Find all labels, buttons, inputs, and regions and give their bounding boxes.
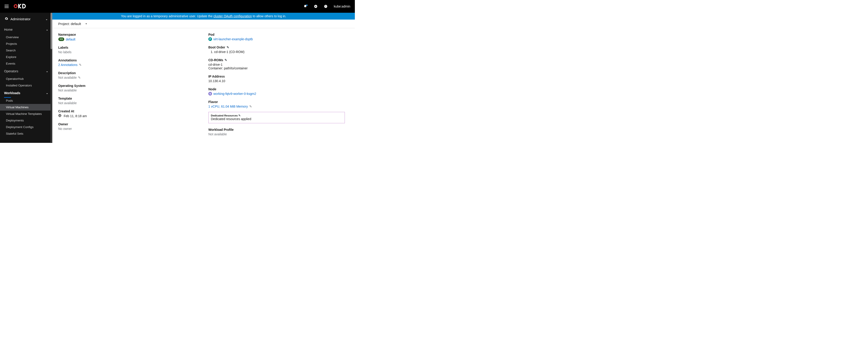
chevron-down-icon (46, 92, 48, 94)
chevron-down-icon (46, 28, 48, 31)
globe-icon (58, 114, 61, 118)
sidebar-item-stateful-sets[interactable]: Stateful Sets (0, 130, 52, 137)
ip-value: 10.130.4.10 (208, 79, 345, 83)
svg-point-1 (306, 5, 308, 6)
description-value: Not available (58, 76, 76, 80)
ns-badge: NS (58, 37, 64, 41)
dedicated-value: Dedicated resources applied (211, 117, 342, 121)
node-link[interactable]: working-fqtv9-worker-0-ksgm2 (213, 92, 256, 96)
project-selector[interactable]: Project: default (58, 22, 87, 26)
owner-label: Owner (58, 122, 195, 126)
perspective-switcher[interactable]: Administrator (0, 13, 52, 25)
node-badge-icon: N (208, 92, 212, 96)
pencil-icon[interactable]: ✎ (226, 45, 229, 49)
sidebar-item-vm-templates[interactable]: Virtual Machine Templates (0, 110, 52, 117)
labels-value: No labels (58, 50, 195, 54)
owner-value: No owner (58, 127, 195, 131)
template-value: Not available (58, 101, 195, 105)
nav-section-workloads[interactable]: Workloads (0, 89, 52, 97)
masthead: ? kube:admin (0, 0, 355, 13)
sidebar-item-pods[interactable]: Pods (0, 97, 52, 104)
add-icon[interactable] (314, 5, 317, 8)
pencil-icon[interactable]: ✎ (78, 76, 81, 80)
cdrom-label: CD-ROMs (208, 58, 223, 62)
sidebar-item-overview[interactable]: Overview (0, 34, 52, 40)
created-value: Feb 11, 8:18 am (64, 114, 87, 118)
svg-text:?: ? (325, 5, 327, 7)
details-right: Pod P virt-launcher-example-dsptb Boot O… (208, 28, 345, 136)
project-label: Project: default (58, 22, 81, 26)
sidebar: Administrator Home Overview Projects Sea… (0, 13, 52, 143)
workload-label: Workload Profile (208, 128, 345, 131)
annotations-link[interactable]: 2 Annotations (58, 63, 78, 67)
description-label: Description (58, 71, 195, 75)
pod-label: Pod (208, 33, 345, 36)
boot-value: 1. cd-drive-1 (CD-ROM) (208, 50, 345, 54)
notification-bell-icon[interactable] (304, 5, 308, 8)
banner-pre: You are logged in as a temporary adminis… (121, 14, 214, 18)
dedicated-box: Dedicated Resources ✎ Dedicated resource… (208, 112, 345, 123)
sidebar-item-projects[interactable]: Projects (0, 40, 52, 47)
details-left: Namespace NS default Labels No labels An… (58, 28, 195, 136)
sidebar-item-events[interactable]: Events (0, 60, 52, 67)
template-label: Template (58, 97, 195, 100)
help-icon[interactable]: ? (324, 5, 328, 8)
caret-down-icon (85, 22, 87, 26)
os-label: Operating System (58, 84, 195, 88)
pencil-icon[interactable]: ✎ (79, 63, 82, 67)
nav-section-home[interactable]: Home (0, 25, 52, 34)
banner-link[interactable]: cluster OAuth configuration (213, 14, 252, 18)
sidebar-item-operatorhub[interactable]: OperatorHub (0, 75, 52, 82)
chevron-down-icon (45, 18, 48, 20)
namespace-link[interactable]: default (66, 37, 75, 41)
user-menu[interactable]: kube:admin (334, 5, 350, 8)
sidebar-item-explore[interactable]: Explore (0, 54, 52, 60)
node-label: Node (208, 87, 345, 91)
created-label: Created At (58, 109, 195, 113)
sidebar-item-virtual-machines[interactable]: Virtual Machines (0, 104, 52, 110)
burger-icon[interactable] (5, 5, 9, 8)
labels-label: Labels (58, 46, 195, 50)
svg-point-0 (14, 5, 17, 7)
sidebar-item-search[interactable]: Search (0, 47, 52, 54)
cdrom-v2: Container: path/to/container (208, 66, 345, 70)
pencil-icon[interactable]: ✎ (224, 58, 227, 62)
pod-link[interactable]: virt-launcher-example-dsptb (213, 37, 253, 41)
boot-label: Boot Order (208, 45, 225, 49)
gear-icon (5, 17, 8, 21)
pencil-icon[interactable]: ✎ (238, 114, 241, 117)
workload-value: Not available (208, 132, 345, 136)
pod-badge-icon: P (208, 37, 212, 41)
ip-label: IP Address (208, 74, 345, 78)
dedicated-label: Dedicated Resources (211, 114, 238, 117)
os-value: Not available (58, 89, 195, 92)
flavor-link[interactable]: 1 vCPU, 61.04 MiB Memory (208, 105, 248, 108)
sidebar-item-installed-operators[interactable]: Installed Operators (0, 82, 52, 89)
namespace-label: Namespace (58, 33, 195, 36)
flavor-label: Flavor (208, 100, 345, 104)
sidebar-scrollbar[interactable] (51, 13, 52, 143)
cdrom-v1: cd-drive-1 (208, 63, 345, 66)
pencil-icon[interactable]: ✎ (249, 105, 252, 108)
sidebar-item-deployments[interactable]: Deployments (0, 117, 52, 124)
admin-banner: You are logged in as a temporary adminis… (52, 13, 355, 20)
brand-logo[interactable] (14, 3, 30, 9)
perspective-label: Administrator (10, 17, 30, 21)
main: You are logged in as a temporary adminis… (52, 13, 355, 143)
sidebar-item-deployment-configs[interactable]: Deployment Configs (0, 124, 52, 130)
nav-section-operators[interactable]: Operators (0, 67, 52, 75)
banner-post: to allow others to log in. (252, 14, 286, 18)
chevron-down-icon (46, 70, 48, 72)
annotations-label: Annotations (58, 59, 195, 62)
